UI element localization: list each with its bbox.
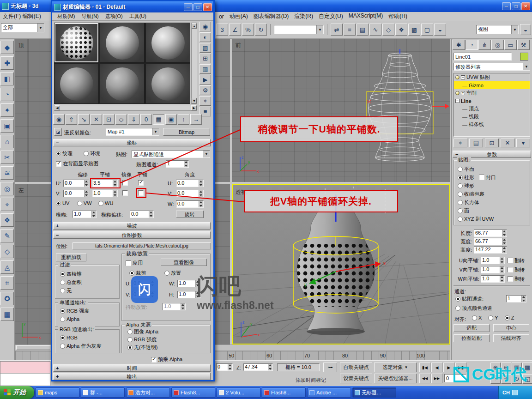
go-forward-to-sibling-icon[interactable]: →: [190, 114, 202, 125]
filter-radio[interactable]: 无: [60, 286, 82, 295]
tool-icon-3[interactable]: ◧: [0, 72, 14, 85]
maximize-button[interactable]: □: [512, 2, 520, 10]
tab-display[interactable]: ▭: [504, 40, 517, 50]
normal-align-button[interactable]: 法线对齐: [493, 334, 529, 342]
menu-fragment[interactable]: or: [216, 12, 227, 21]
tile-spinner[interactable]: 1.0: [481, 257, 505, 264]
cap-checkbox[interactable]: 封口: [479, 174, 496, 181]
maxscript-mini-listener[interactable]: [0, 361, 50, 386]
align-radio[interactable]: X: [472, 315, 482, 320]
viewport-front[interactable]: 前: [232, 39, 450, 182]
make-preview-icon[interactable]: ▶: [200, 75, 211, 85]
show-end-result-icon[interactable]: ▣: [165, 114, 177, 125]
mapping-radio[interactable]: 柱形: [458, 174, 474, 181]
taskbar-task[interactable]: Adobe ...: [307, 387, 351, 398]
tool-icon-6[interactable]: ▣: [0, 119, 14, 133]
tool-icon-13[interactable]: ✎: [0, 229, 14, 242]
slots-vertical-scrollbar[interactable]: ▲ ▼: [191, 23, 197, 104]
bitmap-path-button[interactable]: tals.Ornamental Metals.Plate.Mesh.cutout…: [73, 242, 211, 249]
align-radio[interactable]: Y: [488, 315, 498, 320]
scroll-down-icon[interactable]: ▼: [192, 98, 197, 103]
alpha-source-radio[interactable]: 图像 Alpha: [127, 328, 158, 336]
object-name-field[interactable]: Line01: [453, 53, 512, 60]
minimize-button[interactable]: ─: [184, 3, 193, 11]
mono-output-radio[interactable]: RGB 强度: [60, 307, 89, 315]
views-combo[interactable]: 视图▼: [476, 25, 519, 34]
taskbar-task[interactable]: 群 -...: [81, 387, 125, 398]
sample-slot-3[interactable]: [145, 23, 190, 63]
pick-color-icon[interactable]: ◪: [54, 128, 62, 136]
sample-slot-5[interactable]: [100, 64, 145, 104]
output-rollout-header[interactable]: +输出: [53, 373, 211, 380]
show-map-in-viewport-icon[interactable]: ▦: [153, 114, 164, 125]
tray-icon[interactable]: [512, 390, 518, 395]
tool-icon-5[interactable]: ✦: [0, 103, 14, 117]
sample-uv-tiling-icon[interactable]: ⊞: [200, 54, 211, 63]
modifier-stack-item[interactable]: — 顶点: [454, 105, 530, 113]
viewport-label[interactable]: 左: [18, 187, 24, 194]
object-color-swatch[interactable]: [520, 53, 528, 60]
options-icon[interactable]: ⚙: [200, 85, 211, 95]
flip-checkbox[interactable]: 翻转: [508, 257, 525, 264]
taskbar-task[interactable]: Flash8...: [171, 387, 215, 398]
expand-box-icon[interactable]: −: [461, 75, 465, 79]
alpha-source-radio[interactable]: RGB 强度: [127, 336, 158, 344]
y-coordinate-spinner[interactable]: 0: [216, 363, 233, 371]
configure-modifier-sets-icon[interactable]: ▾: [516, 139, 530, 147]
bitmap-params-rollout-header[interactable]: −位图参数: [53, 231, 211, 239]
menu-item[interactable]: 动画(A): [227, 12, 251, 21]
time-slider-handle[interactable]: [16, 345, 50, 350]
sample-slot-4[interactable]: [54, 64, 99, 104]
vase-wireframe[interactable]: [359, 49, 449, 170]
tool-icon-11[interactable]: ⌖: [0, 198, 14, 211]
dimension-spinner[interactable]: 66.77: [474, 238, 507, 245]
modifier-stack-item[interactable]: − — UVW 贴图: [454, 73, 530, 81]
sample-slot-6[interactable]: [145, 64, 190, 104]
close-button[interactable]: ✕: [203, 3, 212, 11]
get-material-icon[interactable]: ◉: [53, 114, 65, 125]
mapping-radio[interactable]: 面: [458, 207, 469, 214]
apply-checkbox[interactable]: 应用: [126, 260, 143, 266]
u-tile-checkbox[interactable]: [138, 180, 144, 186]
remove-modifier-icon[interactable]: ✕: [501, 139, 514, 147]
close-button[interactable]: ✕: [521, 2, 530, 10]
render-setup-icon[interactable]: ▩: [408, 24, 420, 36]
quick-render-icon[interactable]: ◒: [434, 24, 446, 36]
tool-icon-18[interactable]: ▦: [0, 308, 14, 321]
tool-icon-10[interactable]: ◎: [0, 182, 14, 195]
menu-item[interactable]: 图表编辑器(D): [251, 12, 292, 21]
expand-box-icon[interactable]: +: [461, 91, 465, 95]
key-filter-scope-button[interactable]: 选定对象 ▼: [374, 363, 417, 372]
vase-shaded[interactable]: x y: [281, 194, 392, 340]
menu-item[interactable]: 自定义(U): [316, 12, 346, 21]
start-button[interactable]: 开始: [0, 386, 34, 399]
reload-button[interactable]: 重新加载: [56, 254, 86, 261]
u-angle-spinner[interactable]: 0.0: [176, 180, 204, 187]
angle-snap-icon[interactable]: ∠: [229, 24, 241, 36]
z-coordinate-spinner[interactable]: 47.34: [243, 363, 273, 371]
menu-item[interactable]: 渲染(R): [291, 12, 316, 21]
sample-type-icon[interactable]: ◉: [200, 22, 211, 31]
tool-icon-17[interactable]: ✪: [0, 292, 14, 305]
blur-offset-spinner[interactable]: 0.0: [130, 211, 154, 218]
crop-radio[interactable]: 裁剪: [129, 270, 146, 277]
align-icon[interactable]: ≡: [344, 24, 356, 36]
uv-radio[interactable]: UV: [56, 200, 69, 206]
v-mirror-checkbox[interactable]: [122, 190, 128, 196]
go-to-parent-icon[interactable]: ↑: [178, 114, 189, 125]
viewport-label[interactable]: 前: [236, 42, 241, 49]
coordinates-rollout-header[interactable]: −坐标: [53, 139, 211, 146]
file-edit-menus[interactable]: 文件(F) 编辑(E): [0, 12, 44, 21]
mapping-radio[interactable]: 球形: [458, 182, 474, 189]
show-end-result-icon[interactable]: ▤: [469, 139, 483, 147]
tab-motion[interactable]: ◎: [491, 40, 504, 50]
material-editor-window[interactable]: 材质编辑器 - 01 - Default ─ □ ✕ 材质(M)导航(N)选项(…: [51, 0, 215, 381]
modifier-stack-item[interactable]: − — Line: [454, 97, 530, 105]
scroll-right-icon[interactable]: ▶: [191, 105, 197, 110]
assign-material-to-selection-icon[interactable]: ↘: [78, 114, 90, 125]
show-on-back-checkbox[interactable]: 在背面显示贴图: [56, 160, 98, 167]
taskbar-task[interactable]: 2 Volu...: [217, 387, 260, 398]
tab-modify[interactable]: ◔: [466, 40, 478, 50]
background-icon[interactable]: ▨: [200, 43, 211, 53]
rgb-output-radio[interactable]: RGB: [60, 333, 78, 342]
